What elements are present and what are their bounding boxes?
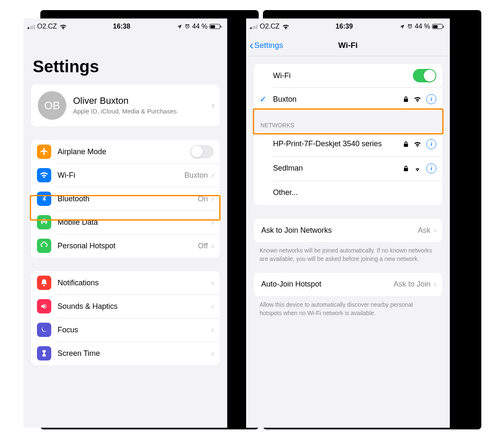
row-label: Sounds & Haptics xyxy=(58,302,211,311)
wifi-toggle-row[interactable]: Wi-Fi xyxy=(254,64,442,87)
focus-row[interactable]: Focus › xyxy=(31,318,220,342)
info-button[interactable]: i xyxy=(426,139,436,149)
status-time: 16:38 xyxy=(113,23,130,30)
connected-network-row[interactable]: ✓ Buxton i xyxy=(254,87,442,111)
row-label: Focus xyxy=(58,326,211,334)
connectivity-group: Airplane Mode Wi-Fi Buxton › Bluetooth O… xyxy=(31,140,220,258)
apple-id-sub: Apple ID, iCloud, Media & Purchases xyxy=(73,108,205,116)
chevron-right-icon: › xyxy=(211,218,214,227)
row-label: Screen Time xyxy=(58,349,211,358)
wifi-toggle[interactable] xyxy=(413,69,436,82)
row-label: Wi-Fi xyxy=(273,71,413,80)
auto-join-description: Allow this device to automatically disco… xyxy=(246,296,450,318)
chevron-left-icon: ‹ xyxy=(249,39,253,51)
network-name: Buxton xyxy=(273,95,403,104)
moon-icon xyxy=(37,323,51,337)
row-value: Off xyxy=(198,242,208,250)
carrier-label: O2.CZ xyxy=(260,23,280,30)
row-value: Ask to Join xyxy=(394,280,430,289)
settings-screen: O2.CZ 16:38 44 % Settings OB Oliver Buxt… xyxy=(24,18,227,428)
signal-icon xyxy=(250,24,257,29)
antenna-icon xyxy=(37,215,51,229)
alarm-icon xyxy=(184,24,190,29)
lock-icon xyxy=(403,165,409,172)
chevron-right-icon: › xyxy=(211,195,214,203)
row-label: Personal Hotspot xyxy=(58,242,198,250)
ask-to-join-description: Known networks will be joined automatica… xyxy=(246,242,450,263)
row-label: Other... xyxy=(273,184,436,202)
battery-icon xyxy=(210,24,221,29)
status-bar: O2.CZ 16:38 44 % xyxy=(24,18,227,34)
wifi-icon xyxy=(37,168,51,182)
wifi-icon xyxy=(60,24,67,29)
airplane-toggle[interactable] xyxy=(190,145,214,158)
chevron-right-icon: › xyxy=(434,280,436,289)
ask-to-join-row[interactable]: Ask to Join Networks Ask › xyxy=(254,218,442,242)
notifications-row[interactable]: Notifications › xyxy=(31,271,220,295)
bell-icon xyxy=(37,276,51,290)
chevron-right-icon: › xyxy=(211,171,214,180)
chevron-right-icon: › xyxy=(211,326,214,334)
network-name: HP-Print-7F-Deskjet 3540 series xyxy=(273,135,403,153)
airplane-icon xyxy=(37,145,51,159)
wifi-icon xyxy=(282,24,289,29)
chevron-right-icon: › xyxy=(211,302,214,311)
alarm-icon xyxy=(407,24,413,29)
signal-icon xyxy=(28,24,35,29)
nav-bar: ‹ Settings Wi-Fi xyxy=(246,34,450,56)
status-bar: O2.CZ 16:39 44 % xyxy=(246,18,450,34)
system-group: Notifications › Sounds & Haptics › Focus… xyxy=(31,271,220,365)
chevron-right-icon: › xyxy=(434,226,436,235)
wifi-row[interactable]: Wi-Fi Buxton › xyxy=(31,163,220,187)
hourglass-icon xyxy=(37,346,51,360)
apple-id-row[interactable]: OB Oliver Buxton Apple ID, iCloud, Media… xyxy=(31,84,220,126)
battery-percent: 44 % xyxy=(192,23,207,30)
row-value: Ask xyxy=(418,226,430,235)
status-time: 16:39 xyxy=(336,23,353,30)
auto-join-hotspot-row[interactable]: Auto-Join Hotspot Ask to Join › xyxy=(254,273,442,296)
row-label: Auto-Join Hotspot xyxy=(261,280,394,289)
bluetooth-row[interactable]: Bluetooth On › xyxy=(31,187,220,210)
row-value: On xyxy=(198,195,208,203)
row-label: Wi-Fi xyxy=(58,171,184,180)
chevron-right-icon: › xyxy=(211,242,214,250)
wifi-signal-icon xyxy=(414,166,421,171)
back-button[interactable]: ‹ Settings xyxy=(246,39,283,51)
avatar: OB xyxy=(38,91,66,120)
info-button[interactable]: i xyxy=(426,94,436,104)
speaker-icon xyxy=(37,299,51,313)
bluetooth-icon xyxy=(37,192,51,206)
apple-id-name: Oliver Buxton xyxy=(73,95,205,106)
check-icon: ✓ xyxy=(260,94,267,104)
network-row[interactable]: HP-Print-7F-Deskjet 3540 series i xyxy=(254,132,442,156)
page-title: Settings xyxy=(24,34,227,84)
row-label: Ask to Join Networks xyxy=(261,226,418,235)
wifi-signal-icon xyxy=(414,96,421,102)
network-name: Sedlman xyxy=(273,159,403,177)
airplane-mode-row[interactable]: Airplane Mode xyxy=(31,140,220,163)
sounds-row[interactable]: Sounds & Haptics › xyxy=(31,295,220,318)
lock-icon xyxy=(403,141,409,147)
row-label: Bluetooth xyxy=(58,195,198,203)
info-button[interactable]: i xyxy=(426,163,436,174)
battery-percent: 44 % xyxy=(415,23,430,30)
carrier-label: O2.CZ xyxy=(37,23,57,30)
network-row[interactable]: Sedlman i xyxy=(254,156,442,181)
screen-time-row[interactable]: Screen Time › xyxy=(31,342,220,365)
mobile-data-row[interactable]: Mobile Data › xyxy=(31,210,220,234)
networks-header: NETWORKS xyxy=(246,111,450,132)
row-value: Buxton xyxy=(184,171,208,180)
back-label: Settings xyxy=(254,41,283,50)
row-label: Airplane Mode xyxy=(58,147,190,156)
chevron-right-icon: › xyxy=(211,349,214,358)
lock-icon xyxy=(403,96,409,103)
location-icon xyxy=(177,24,182,29)
battery-icon xyxy=(432,24,444,29)
row-label: Mobile Data xyxy=(58,218,211,227)
chevron-right-icon: › xyxy=(211,279,214,287)
wifi-signal-icon xyxy=(414,141,421,147)
other-network-row[interactable]: Other... xyxy=(254,181,442,205)
hotspot-row[interactable]: Personal Hotspot Off › xyxy=(31,234,220,258)
chevron-right-icon: › xyxy=(212,100,215,111)
wifi-screen: O2.CZ 16:39 44 % ‹ Settings Wi-Fi Wi-Fi xyxy=(246,18,450,428)
